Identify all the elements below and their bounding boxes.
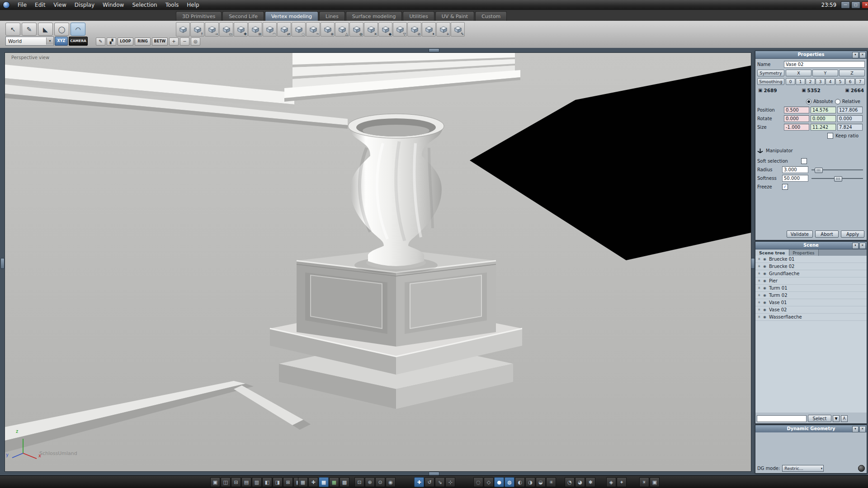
ribbon-tab[interactable]: Lines <box>319 11 345 21</box>
selection-tool-button[interactable]: ✎ <box>22 23 37 36</box>
grid-toggle-icon[interactable]: ▦ <box>329 477 339 487</box>
visibility-icon[interactable]: ◉ <box>763 308 766 312</box>
node-toggle-icon[interactable]: ✳ <box>758 279 761 283</box>
grid-toggle-icon[interactable]: ▦ <box>298 477 308 487</box>
vertex-tool-button[interactable]: → <box>205 22 219 37</box>
validate-button[interactable]: Validate <box>787 230 813 238</box>
selection-tool-button[interactable]: ◠ <box>71 23 85 36</box>
grid-toggle-icon[interactable]: ✚ <box>308 477 318 487</box>
render-tool-icon[interactable]: ☀ <box>639 477 649 487</box>
position-z-field[interactable] <box>837 107 863 113</box>
symmetry-axis-button[interactable]: Y <box>812 70 838 76</box>
shading-mode-icon[interactable]: ◌ <box>473 477 483 487</box>
radius-field[interactable] <box>782 166 808 173</box>
rotate-y-field[interactable] <box>811 115 836 122</box>
ribbon-tab[interactable]: 3D Primitives <box>176 11 222 21</box>
smoothing-level-button[interactable]: 5 <box>835 78 845 85</box>
scene-tree-row[interactable]: ✳ ◉ Wasserflaeche <box>755 314 867 321</box>
vertex-tool-button[interactable]: ⊞ <box>248 22 262 37</box>
shading-mode-icon[interactable]: ◍ <box>505 477 514 487</box>
scene-tree-row[interactable]: ✳ ◉ Pier <box>755 277 867 285</box>
scene-filter-input[interactable] <box>757 415 807 422</box>
scene-tree-row[interactable]: ✳ ◉ Vase 02 <box>755 306 867 314</box>
ribbon-tab[interactable]: Surface modeling <box>346 11 402 21</box>
scene-tree-row[interactable]: ✳ ◉ Bruecke 02 <box>755 263 867 270</box>
panel-close-icon[interactable]: ✕ <box>859 426 866 432</box>
menu-item[interactable]: View <box>49 0 70 9</box>
visibility-icon[interactable]: ◉ <box>763 279 766 283</box>
radius-slider-handle[interactable] <box>815 168 823 173</box>
panel-collapse-icon[interactable]: ▾ <box>852 52 859 58</box>
node-toggle-icon[interactable]: ✳ <box>758 293 761 297</box>
panel-collapse-icon[interactable]: ▾ <box>852 243 859 249</box>
softness-slider[interactable] <box>811 176 863 181</box>
shrink-selection-button[interactable]: − <box>180 38 189 46</box>
layout-icon[interactable]: ▤ <box>241 477 251 487</box>
uv-tool-icon[interactable]: ✦ <box>617 477 627 487</box>
smoothing-level-button[interactable]: 0 <box>786 78 795 85</box>
position-x-field[interactable] <box>784 107 809 113</box>
soft-selection-checkbox[interactable] <box>801 158 807 164</box>
layout-icon[interactable]: ◧ <box>262 477 272 487</box>
rotate-x-field[interactable] <box>784 115 809 122</box>
loop-select-button[interactable]: LOOP <box>118 38 133 46</box>
vertex-tool-button[interactable]: ✕ <box>364 22 378 37</box>
panel-close-icon[interactable]: ✕ <box>859 52 866 58</box>
ring-select-button[interactable]: RING <box>135 38 151 46</box>
grid-toggle-icon[interactable]: ▦ <box>319 477 329 487</box>
name-field[interactable] <box>784 61 865 68</box>
manipulator-mode-icon[interactable]: ⊹ <box>445 477 455 487</box>
keep-ratio-checkbox[interactable] <box>827 133 833 139</box>
layout-icon[interactable]: ▥ <box>252 477 262 487</box>
visibility-icon[interactable]: ◉ <box>763 315 766 319</box>
selection-tool-button[interactable]: ↖ <box>5 23 20 36</box>
visibility-icon[interactable]: ◉ <box>763 272 766 276</box>
vertex-tool-button[interactable]: ✎ <box>451 22 465 37</box>
apply-button[interactable]: Apply <box>841 230 864 238</box>
view-tool-icon[interactable]: ◉ <box>386 477 396 487</box>
vertex-tool-button[interactable]: ▭ <box>219 22 233 37</box>
layout-icon[interactable]: ⊟ <box>231 477 241 487</box>
world-dropdown[interactable]: World ▾ <box>5 37 54 46</box>
material-sphere-icon[interactable] <box>858 465 865 472</box>
shading-mode-icon[interactable]: ◑ <box>525 477 535 487</box>
perspective-viewport[interactable]: Perspective view SchlossUmland z x y <box>5 52 751 472</box>
size-z-field[interactable] <box>837 124 863 131</box>
chevron-down-icon[interactable]: ▾ <box>46 38 53 45</box>
vertex-tool-button[interactable]: ◍ <box>349 22 363 37</box>
manipulator-mode-icon[interactable]: ↺ <box>425 477 434 487</box>
scene-tree-row[interactable]: ✳ ◉ Vase 01 <box>755 299 867 306</box>
draw-edge-icon[interactable]: ✎ <box>96 38 105 46</box>
scene-tree-row[interactable]: ✳ ◉ Grundflaeche <box>755 270 867 277</box>
layout-icon[interactable]: ◫ <box>221 477 231 487</box>
display-sphere-icon[interactable]: ◔ <box>565 477 575 487</box>
alphabetical-icon[interactable]: A <box>841 415 848 422</box>
scene-tree-row[interactable]: ✳ ◉ Turm 01 <box>755 285 867 292</box>
softness-slider-handle[interactable] <box>834 176 842 182</box>
scene-tree-row[interactable]: ✳ ◉ Turm 02 <box>755 292 867 299</box>
menu-item[interactable]: File <box>14 0 31 9</box>
ribbon-tab[interactable]: Custom <box>475 11 507 21</box>
view-tool-icon[interactable]: ⊡ <box>354 477 364 487</box>
symmetry-axis-button[interactable]: X <box>786 70 811 76</box>
splitter-handle-top[interactable] <box>429 48 439 52</box>
shading-mode-icon[interactable]: ✳ <box>546 477 556 487</box>
shading-mode-icon[interactable]: ● <box>494 477 504 487</box>
vertex-tool-button[interactable]: ✚ <box>234 22 248 37</box>
abort-button[interactable]: Abort <box>815 230 839 238</box>
scene-tree-row[interactable]: ✳ ◉ Bruecke 01 <box>755 256 867 263</box>
node-toggle-icon[interactable]: ✳ <box>758 315 761 319</box>
smoothing-level-button[interactable]: 6 <box>845 78 855 85</box>
grow-selection-button[interactable]: + <box>169 38 179 46</box>
visibility-icon[interactable]: ◉ <box>763 300 766 305</box>
view-tool-icon[interactable]: ⊕ <box>365 477 375 487</box>
vertex-tool-button[interactable]: ↑ <box>190 22 204 37</box>
vertex-tool-button[interactable]: ▽ <box>393 22 407 37</box>
grid-edge-icon[interactable]: ▞ <box>107 38 116 46</box>
sort-icon[interactable]: ▼ <box>833 415 840 422</box>
vertex-tool-button[interactable]: + <box>436 22 450 37</box>
node-toggle-icon[interactable]: ✳ <box>758 286 761 290</box>
window-button[interactable]: □ <box>851 1 860 9</box>
menu-item[interactable]: Display <box>71 0 99 9</box>
vertex-tool-button[interactable]: ⊕ <box>321 22 335 37</box>
